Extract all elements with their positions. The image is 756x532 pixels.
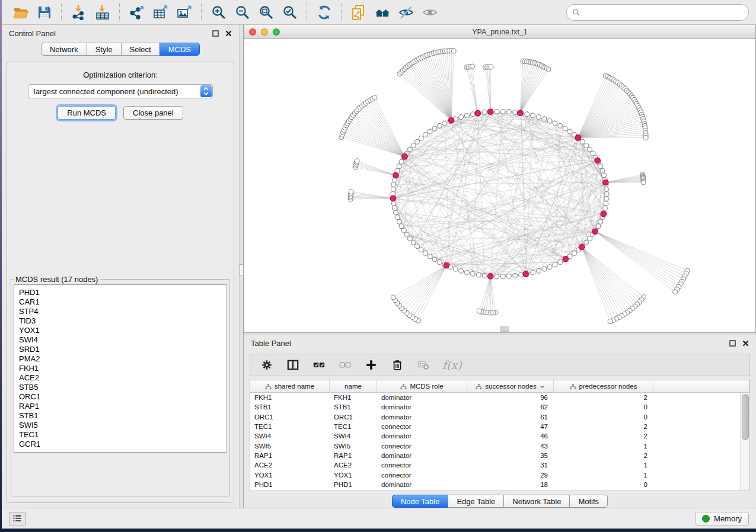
table-cell[interactable]: SWI4 xyxy=(330,432,377,440)
column-header-name[interactable]: name xyxy=(330,380,377,392)
tab-node-table[interactable]: Node Table xyxy=(392,495,449,508)
table-row[interactable]: ACE2ACE2connector311 xyxy=(250,460,749,470)
table-row[interactable]: SWI4SWI4dominator462 xyxy=(250,431,749,441)
table-cell[interactable]: 31 xyxy=(467,462,554,469)
table-cell[interactable]: RAP1 xyxy=(250,452,330,459)
open-button[interactable] xyxy=(9,3,33,22)
mcds-result-item[interactable]: TID3 xyxy=(19,316,222,326)
tab-select[interactable]: Select xyxy=(121,43,160,56)
table-panel-float-button[interactable] xyxy=(729,339,736,347)
table-cell[interactable]: dominator xyxy=(377,414,467,421)
table-cell[interactable]: dominator xyxy=(377,403,467,411)
network-window-titlebar[interactable]: YPA_prune.txt_1 xyxy=(244,25,755,39)
table-cell[interactable]: 46 xyxy=(467,432,554,440)
tab-network[interactable]: Network xyxy=(41,43,87,56)
column-header-shared-name[interactable]: shared name xyxy=(250,380,330,392)
function-builder-button[interactable]: f(x) xyxy=(442,358,462,371)
export-network-button[interactable] xyxy=(125,3,149,22)
mcds-result-item[interactable]: FKH1 xyxy=(19,364,222,373)
mcds-result-item[interactable]: PHD1 xyxy=(19,288,222,297)
table-cell[interactable]: dominator xyxy=(377,481,467,488)
hide-selected-button[interactable] xyxy=(394,3,418,22)
table-cell[interactable]: STB1 xyxy=(250,403,330,411)
refresh-button[interactable] xyxy=(312,3,336,22)
mcds-result-item[interactable]: ORC1 xyxy=(19,392,222,402)
mcds-result-item[interactable]: PMA2 xyxy=(19,354,222,364)
delete-button[interactable] xyxy=(390,358,404,372)
table-cell[interactable]: TEC1 xyxy=(250,423,330,430)
column-header-predecessor-nodes[interactable]: predecessor nodes xyxy=(554,380,653,392)
table-panel-close-button[interactable] xyxy=(742,339,749,347)
duplicate-network-button[interactable] xyxy=(347,3,371,22)
table-row[interactable]: TEC1TEC1connector472 xyxy=(250,422,749,431)
table-row[interactable]: SWI5SWI5connector431 xyxy=(250,441,749,450)
tab-style[interactable]: Style xyxy=(87,43,122,56)
network-canvas[interactable] xyxy=(244,39,755,332)
columns-button[interactable] xyxy=(286,358,300,372)
column-header-MCDS-role[interactable]: MCDS role xyxy=(377,380,467,392)
table-cell[interactable]: ORC1 xyxy=(250,414,330,421)
table-cell[interactable]: connector xyxy=(377,462,467,469)
mcds-result-item[interactable]: CAR1 xyxy=(19,297,222,307)
table-cell[interactable]: ORC1 xyxy=(330,414,377,421)
table-cell[interactable]: YOX1 xyxy=(250,472,330,479)
export-image-button[interactable] xyxy=(173,3,196,22)
divider-grabber[interactable] xyxy=(239,264,244,276)
delete-table-button[interactable] xyxy=(416,358,430,372)
control-panel-float-button[interactable] xyxy=(212,30,219,37)
table-cell[interactable]: 96 xyxy=(467,394,554,401)
table-cell[interactable]: 62 xyxy=(467,403,554,411)
import-network-button[interactable] xyxy=(67,3,91,22)
mcds-result-item[interactable]: ACE2 xyxy=(19,373,222,383)
table-cell[interactable]: 2 xyxy=(554,394,653,401)
search-box[interactable] xyxy=(566,4,749,21)
table-cell[interactable]: 43 xyxy=(467,443,554,450)
tab-edge-table[interactable]: Edge Table xyxy=(448,495,504,508)
tab-mcds[interactable]: MCDS xyxy=(160,43,200,56)
table-cell[interactable]: STB1 xyxy=(330,403,377,411)
criterion-select[interactable]: largest connected component (undirected) xyxy=(28,84,213,98)
table-cell[interactable]: 29 xyxy=(467,472,554,479)
table-cell[interactable]: ACE2 xyxy=(330,462,377,469)
run-mcds-button[interactable]: Run MCDS xyxy=(58,106,116,120)
table-cell[interactable]: PHD1 xyxy=(250,481,330,488)
network-graph[interactable] xyxy=(244,39,755,332)
zoom-selected-button[interactable] xyxy=(278,3,302,22)
split-divider[interactable] xyxy=(239,25,244,508)
mcds-result-item[interactable]: SWI5 xyxy=(19,421,222,430)
table-cell[interactable]: 0 xyxy=(554,403,653,411)
mcds-result-item[interactable]: STP4 xyxy=(19,307,222,316)
table-cell[interactable]: 2 xyxy=(554,432,653,440)
table-cell[interactable]: connector xyxy=(377,472,467,479)
mcds-result-item[interactable]: SWI4 xyxy=(19,335,222,345)
table-cell[interactable]: connector xyxy=(377,443,467,450)
table-cell[interactable]: FKH1 xyxy=(330,394,377,401)
table-cell[interactable]: RAP1 xyxy=(330,452,377,459)
task-history-button[interactable] xyxy=(9,512,25,525)
column-header-successor-nodes[interactable]: successor nodes xyxy=(467,380,554,392)
table-cell[interactable]: SWI5 xyxy=(250,443,330,450)
mcds-result-item[interactable]: RAP1 xyxy=(19,402,222,411)
table-cell[interactable]: 35 xyxy=(467,452,554,459)
window-minimize-traffic-light[interactable] xyxy=(261,28,268,36)
sort-desc-icon[interactable] xyxy=(540,384,545,389)
table-cell[interactable]: 2 xyxy=(554,452,653,459)
window-close-traffic-light[interactable] xyxy=(249,28,256,36)
window-zoom-traffic-light[interactable] xyxy=(273,28,280,36)
export-table-button[interactable] xyxy=(149,3,173,22)
tab-motifs[interactable]: Motifs xyxy=(569,495,608,508)
table-cell[interactable]: connector xyxy=(377,423,467,430)
table-cell[interactable]: 0 xyxy=(554,414,653,421)
table-row[interactable]: YOX1YOX1connector291 xyxy=(250,470,749,479)
mcds-result-item[interactable]: STB5 xyxy=(19,383,222,392)
table-row[interactable]: RAP1RAP1dominator352 xyxy=(250,451,749,460)
table-cell[interactable]: YOX1 xyxy=(330,472,377,479)
mcds-result-item[interactable]: YOX1 xyxy=(19,326,222,335)
table-cell[interactable]: 1 xyxy=(554,462,653,469)
table-row[interactable]: PHD1PHD1dominator180 xyxy=(250,480,749,489)
table-row[interactable]: ORC1ORC1dominator610 xyxy=(250,412,749,422)
table-cell[interactable]: dominator xyxy=(377,394,467,401)
control-panel-close-button[interactable] xyxy=(225,30,232,37)
show-all-button[interactable] xyxy=(418,3,442,22)
table-cell[interactable]: 47 xyxy=(467,423,554,430)
